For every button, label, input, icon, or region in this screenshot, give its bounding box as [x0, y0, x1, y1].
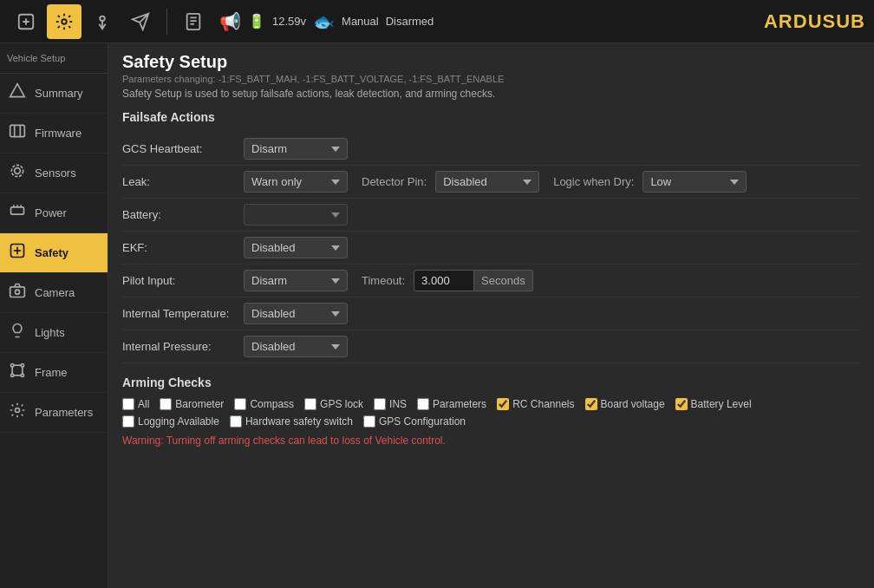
failsafe-row-battery: Battery: Warn Only Disarm Disabled	[122, 199, 860, 232]
arming-checks-row2: Logging Available Hardware safety switch…	[122, 415, 860, 428]
doc-nav-btn[interactable]	[176, 4, 211, 39]
pressure-select[interactable]: Disabled Warn Only Disarm	[244, 336, 348, 357]
check-ins-input[interactable]	[374, 398, 386, 410]
check-gps-lock[interactable]: GPS lock	[304, 398, 363, 410]
check-parameters[interactable]: Parameters	[417, 398, 486, 410]
check-logging-input[interactable]	[122, 415, 134, 428]
ekf-label: EKF:	[122, 241, 235, 254]
logic-dry-select[interactable]: Low High	[642, 171, 747, 193]
send-nav-btn[interactable]	[123, 4, 158, 39]
sidebar-label-firmware: Firmware	[35, 127, 82, 140]
detector-pin-select[interactable]: Disabled Pin A0 Pin A1	[435, 171, 539, 193]
content-area: Safety Setup Parameters changing: -1:FS_…	[108, 43, 874, 588]
pilot-label: Pilot Input:	[122, 274, 235, 287]
check-gps-lock-input[interactable]	[304, 398, 316, 410]
check-hardware-switch[interactable]: Hardware safety switch	[230, 415, 353, 428]
sidebar-item-parameters[interactable]: Parameters	[0, 393, 108, 433]
check-barometer-input[interactable]	[160, 398, 172, 410]
home-nav-btn[interactable]	[9, 4, 43, 39]
power-icon	[7, 202, 28, 224]
voltage-display: 12.59v	[272, 15, 306, 28]
sidebar-label-frame: Frame	[35, 366, 68, 379]
gear-nav-btn[interactable]	[47, 4, 82, 39]
check-board-voltage-input[interactable]	[585, 398, 597, 410]
check-board-voltage[interactable]: Board voltage	[585, 398, 665, 410]
sidebar-item-lights[interactable]: Lights	[0, 313, 108, 353]
check-rc-channels[interactable]: RC Channels	[497, 398, 574, 410]
failsafe-row-leak: Leak: Warn only Disarm Disabled Detector…	[122, 166, 860, 199]
check-battery-level[interactable]: Battery Level	[675, 398, 752, 410]
sidebar-item-firmware[interactable]: Firmware	[0, 114, 108, 154]
svg-point-9	[11, 166, 23, 177]
check-all[interactable]: All	[122, 398, 149, 410]
ekf-select[interactable]: Disabled Warn Only Disarm	[244, 237, 348, 258]
sidebar-label-safety: Safety	[35, 246, 68, 259]
svg-point-27	[16, 408, 20, 413]
svg-point-20	[21, 364, 23, 367]
check-gps-config-input[interactable]	[363, 415, 375, 428]
svg-point-8	[15, 168, 21, 174]
check-barometer[interactable]: Barometer	[160, 398, 224, 410]
arming-section: Arming Checks All Barometer Compass GPS …	[122, 376, 860, 447]
sidebar-label-parameters: Parameters	[35, 406, 93, 419]
description: Safety Setup is used to setup failsafe a…	[122, 88, 860, 100]
sidebar-label-camera: Camera	[35, 286, 75, 299]
nav-status: 📢 🔋 12.59v 🐟 Manual Disarmed	[219, 11, 434, 32]
svg-rect-5	[10, 126, 25, 137]
camera-icon	[7, 282, 28, 304]
megaphone-icon: 📢	[219, 11, 241, 32]
mode-display: Manual	[342, 15, 379, 28]
check-compass-input[interactable]	[234, 398, 246, 410]
params-line: Parameters changing: -1:FS_BATT_MAH, -1:…	[122, 74, 860, 84]
timeout-wrap: Seconds	[414, 270, 533, 291]
check-all-input[interactable]	[122, 398, 134, 410]
page-title: Safety Setup	[122, 52, 860, 72]
sidebar-item-frame[interactable]: Frame	[0, 353, 108, 393]
sidebar-label-summary: Summary	[35, 87, 83, 100]
battery-select[interactable]: Warn Only Disarm Disabled	[244, 204, 348, 225]
sidebar: Vehicle Setup Summary Firmware Sensors P…	[0, 43, 108, 588]
lights-icon	[7, 322, 28, 343]
leak-label: Leak:	[122, 175, 235, 188]
svg-marker-4	[10, 84, 25, 97]
failsafe-row-pilot: Pilot Input: Disarm Warn Only Disabled T…	[122, 265, 860, 297]
sidebar-item-sensors[interactable]: Sensors	[0, 154, 108, 193]
check-ins[interactable]: INS	[374, 398, 407, 410]
waypoint-nav-btn[interactable]	[85, 4, 120, 39]
arming-warning: Warning: Turning off arming checks can l…	[122, 434, 860, 447]
svg-rect-17	[10, 287, 25, 297]
sidebar-item-camera[interactable]: Camera	[0, 273, 108, 313]
battery-label: Battery:	[122, 208, 235, 221]
failsafe-section-title: Failsafe Actions	[122, 110, 860, 124]
sidebar-label-sensors: Sensors	[35, 167, 76, 180]
sidebar-item-safety[interactable]: Safety	[0, 233, 108, 273]
pressure-label: Internal Pressure:	[122, 340, 235, 353]
timeout-label: Timeout:	[362, 274, 405, 287]
check-gps-config[interactable]: GPS Configuration	[363, 415, 466, 428]
check-rc-channels-input[interactable]	[497, 398, 509, 410]
nav-icons	[9, 4, 211, 39]
gcs-label: GCS Heartbeat:	[122, 142, 235, 155]
svg-rect-10	[11, 207, 24, 214]
check-hardware-switch-input[interactable]	[230, 415, 242, 428]
timeout-input[interactable]	[414, 270, 474, 291]
safety-icon	[7, 242, 28, 264]
brand-logo: ARDUSUB	[764, 10, 865, 33]
detector-pin-label: Detector Pin:	[362, 175, 427, 188]
firmware-icon	[7, 122, 28, 144]
check-logging[interactable]: Logging Available	[122, 415, 219, 428]
failsafe-row-gcs: GCS Heartbeat: Disarm Warn Only Disabled	[122, 133, 860, 166]
check-compass[interactable]: Compass	[234, 398, 294, 410]
sidebar-item-summary[interactable]: Summary	[0, 74, 108, 114]
sidebar-item-power[interactable]: Power	[0, 193, 108, 233]
top-nav: 📢 🔋 12.59v 🐟 Manual Disarmed ARDUSUB	[0, 0, 874, 43]
nav-divider	[166, 9, 167, 35]
check-battery-level-input[interactable]	[675, 398, 688, 410]
pilot-select[interactable]: Disarm Warn Only Disabled	[244, 270, 348, 291]
check-parameters-input[interactable]	[417, 398, 429, 410]
svg-point-2	[100, 16, 105, 20]
gcs-select[interactable]: Disarm Warn Only Disabled	[244, 138, 348, 160]
temp-select[interactable]: Disabled Warn Only Disarm	[244, 303, 348, 324]
armed-status-display: Disarmed	[386, 15, 434, 28]
leak-select[interactable]: Warn only Disarm Disabled	[244, 171, 348, 193]
